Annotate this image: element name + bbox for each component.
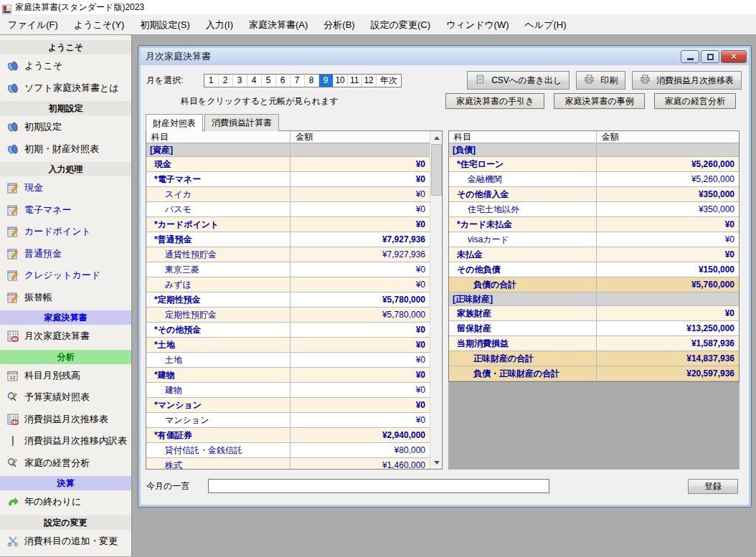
table-row[interactable]: 貸付信託・金銭信託¥80,000 xyxy=(146,443,430,458)
table-row[interactable]: *建物¥0 xyxy=(146,368,430,383)
menu-item[interactable]: ヘルプ(H) xyxy=(517,14,575,35)
table-row[interactable]: 負債・正味財産の合計¥20,597,936 xyxy=(449,366,739,381)
menu-item[interactable]: 初期設定(S) xyxy=(132,14,197,35)
sidebar-item[interactable]: 予算実績対照表 xyxy=(0,387,131,408)
row-label: マンション xyxy=(146,413,290,427)
sidebar-item[interactable]: クレジットカード xyxy=(0,265,131,286)
table-row[interactable]: *定期性預金¥5,780,000 xyxy=(146,292,430,308)
sidebar-item[interactable]: 消費科目の追加・変更 xyxy=(0,530,131,551)
sidebar-item[interactable]: 普通預金 xyxy=(0,243,131,264)
table-row[interactable]: スイカ¥0 xyxy=(146,187,430,202)
table-row[interactable]: 住宅土地以外¥350,000 xyxy=(449,202,739,217)
menu-item[interactable]: 設定の変更(C) xyxy=(363,14,438,35)
scroll-up-icon[interactable] xyxy=(431,132,442,143)
row-value: ¥0 xyxy=(290,368,430,382)
month-option[interactable]: 6 xyxy=(276,75,290,87)
month-option[interactable]: 4 xyxy=(247,75,262,87)
sidebar-item[interactable]: 初期・財産対照表 xyxy=(0,138,131,159)
note-input[interactable] xyxy=(208,479,549,493)
table-row[interactable]: *その他預金¥0 xyxy=(146,323,430,338)
help-button[interactable]: 家庭決算書の手引き xyxy=(445,93,545,109)
table-row[interactable]: 通貨性預貯金¥7,927,936 xyxy=(146,247,430,262)
register-button[interactable]: 登録 xyxy=(688,479,738,494)
table-row[interactable]: 家族財産¥0 xyxy=(449,306,739,321)
table-row[interactable]: 土地¥0 xyxy=(146,353,430,368)
table-row[interactable]: *カード未払金¥0 xyxy=(449,217,739,232)
sidebar-item[interactable]: 年の終わりに xyxy=(0,492,131,513)
menu-item[interactable]: 入力(I) xyxy=(198,14,241,35)
month-option[interactable]: 11 xyxy=(348,75,362,87)
table-row[interactable]: 現金¥0 xyxy=(146,157,430,172)
table-row[interactable]: *住宅ローン¥5,260,000 xyxy=(449,157,739,172)
sidebar-item[interactable]: 12科目月別残高 xyxy=(0,365,131,386)
printer-button[interactable]: 消費損益月次推移表 xyxy=(632,71,742,90)
table-row[interactable]: *マンション¥0 xyxy=(146,398,430,413)
table-row[interactable]: *有価証券¥2,940,000 xyxy=(146,428,430,443)
tab-balance-sheet[interactable]: 財産対照表 xyxy=(146,114,203,131)
sidebar-item[interactable]: 消費損益月次推移内訳表 xyxy=(0,431,131,452)
csv-button[interactable]: CSVへの書き出し xyxy=(467,71,570,90)
table-row[interactable]: *土地¥0 xyxy=(146,338,430,353)
month-option[interactable]: 5 xyxy=(262,75,276,87)
app-title: 家庭決算書(スタンダード版)2023 xyxy=(15,1,144,14)
table-row[interactable]: 未払金¥0 xyxy=(449,247,739,262)
table-row[interactable]: パスモ¥0 xyxy=(146,202,430,217)
table-row[interactable]: 東京三菱¥0 xyxy=(146,262,430,277)
month-option[interactable]: 3 xyxy=(233,75,247,87)
month-option[interactable]: 12 xyxy=(362,75,377,87)
month-option[interactable]: 8 xyxy=(305,75,319,87)
table-row[interactable]: 負債の合計¥5,760,000 xyxy=(449,277,739,292)
table-row[interactable]: 建物¥0 xyxy=(146,383,430,398)
maximize-button[interactable] xyxy=(701,50,719,63)
printer-button[interactable]: 印刷 xyxy=(576,71,625,90)
sidebar-item[interactable]: カードポイント xyxy=(0,222,131,242)
sidebar-item[interactable]: 電子マネー xyxy=(0,199,131,220)
menu-item[interactable]: ウィンドウ(W) xyxy=(438,14,516,35)
menu-item[interactable]: ファイル(F) xyxy=(0,14,66,35)
month-option[interactable]: 1 xyxy=(204,75,219,87)
menu-item[interactable]: ようこそ(Y) xyxy=(66,14,133,35)
month-option[interactable]: 年次 xyxy=(377,75,401,87)
month-option[interactable]: 10 xyxy=(334,75,348,87)
month-option[interactable]: 9 xyxy=(319,75,334,87)
row-label: *有価証券 xyxy=(146,428,290,442)
sidebar-item[interactable]: ようこそ xyxy=(0,56,131,77)
row-label: [正味財産] xyxy=(449,292,597,305)
table-row[interactable]: 正味財産の合計¥14,837,936 xyxy=(449,351,739,366)
table-row[interactable]: 定期性預貯金¥5,780,000 xyxy=(146,308,430,323)
menu-item[interactable]: 分析(B) xyxy=(316,14,362,35)
table-row[interactable]: 留保財産¥13,250,000 xyxy=(449,321,739,336)
table-row[interactable]: みずほ¥0 xyxy=(146,277,430,292)
window-client: 月を選択: 123456789101112年次 CSVへの書き出し印刷消費損益月… xyxy=(141,65,749,505)
window-titlebar[interactable]: 月次家庭決算書 ✕ xyxy=(141,48,749,65)
table-row[interactable]: 当期消費損益¥1,587,936 xyxy=(449,336,739,351)
sidebar-item[interactable]: 月次家庭決算書 xyxy=(0,326,131,347)
help-button[interactable]: 家庭の経営分析 xyxy=(654,93,736,109)
magnifier-icon xyxy=(6,391,19,404)
month-option[interactable]: 7 xyxy=(290,75,305,87)
table-row[interactable]: *電子マネー¥0 xyxy=(146,172,430,187)
table-row[interactable]: *カードポイント¥0 xyxy=(146,217,430,232)
minimize-button[interactable] xyxy=(681,50,699,63)
close-button[interactable]: ✕ xyxy=(721,50,747,63)
table-row[interactable]: *普通預金¥7,927,936 xyxy=(146,232,430,247)
tab-income-statement[interactable]: 消費損益計算書 xyxy=(204,114,279,131)
sidebar-item[interactable]: 現金 xyxy=(0,178,131,199)
sidebar-item[interactable]: 振替帳 xyxy=(0,287,131,308)
month-option[interactable]: 2 xyxy=(219,75,233,87)
help-button[interactable]: 家庭決算書の事例 xyxy=(554,93,644,109)
sidebar-item[interactable]: ソフト家庭決算書とは xyxy=(0,77,131,98)
scroll-thumb[interactable] xyxy=(431,144,442,196)
table-row[interactable]: マンション¥0 xyxy=(146,413,430,428)
table-row[interactable]: その他借入金¥350,000 xyxy=(449,187,739,202)
sidebar-item[interactable]: 消費損益月次推移表 xyxy=(0,409,131,429)
sidebar-item[interactable]: 家庭の経営分析 xyxy=(0,452,131,473)
sidebar-item[interactable]: 初期設定 xyxy=(0,117,131,138)
table-row[interactable]: 株式¥1,460,000 xyxy=(146,458,430,470)
assets-table-scrollbar[interactable] xyxy=(430,131,442,469)
table-row[interactable]: その他負債¥150,000 xyxy=(449,262,739,277)
table-row[interactable]: visaカード¥0 xyxy=(449,232,739,247)
scroll-down-icon[interactable] xyxy=(431,457,442,468)
table-row[interactable]: 金融機関¥5,260,000 xyxy=(449,172,739,187)
menu-item[interactable]: 家庭決算書(A) xyxy=(241,14,316,35)
